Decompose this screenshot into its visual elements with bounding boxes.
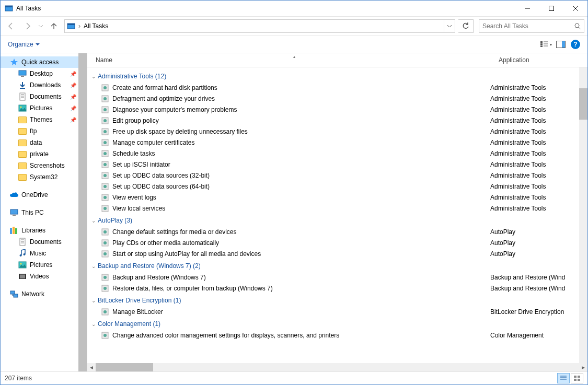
organize-menu[interactable]: Organize (6, 40, 42, 49)
sidebar-item[interactable]: Downloads📌 (1, 79, 87, 91)
sidebar-network[interactable]: Network (1, 288, 87, 300)
group-header[interactable]: ⌄Backup and Restore (Windows 7) (2) (87, 259, 579, 272)
breadcrumb[interactable]: All Tasks (82, 20, 110, 32)
view-options-button[interactable]: ▾ (539, 38, 553, 51)
list-item[interactable]: View local servicesAdministrative Tools (87, 203, 579, 214)
group-header[interactable]: ⌄BitLocker Drive Encryption (1) (87, 294, 579, 306)
sidebar-item-label: private (30, 150, 49, 158)
group-header[interactable]: ⌄AutoPlay (3) (87, 214, 579, 226)
list-item[interactable]: Play CDs or other media automaticallyAut… (87, 237, 579, 248)
address-bar[interactable]: › All Tasks (64, 19, 455, 33)
svg-point-36 (20, 254, 22, 256)
sidebar-item[interactable]: Documents (1, 236, 87, 248)
item-app: BitLocker Drive Encryption (490, 308, 579, 316)
pin-icon: 📌 (70, 83, 76, 88)
scroll-right-icon[interactable]: ▸ (579, 363, 587, 371)
help-button[interactable]: ? (569, 38, 582, 51)
item-name: View event logs (112, 194, 156, 201)
task-icon (101, 138, 109, 147)
list-item[interactable]: Defragment and optimize your drivesAdmin… (87, 93, 579, 104)
navigation-pane[interactable]: Quick access Desktop📌Downloads📌Documents… (1, 53, 87, 371)
sidebar-item[interactable]: Themes📌 (1, 114, 87, 125)
sidebar-item-label: Music (30, 250, 46, 257)
sidebar-item[interactable]: ftp (1, 125, 87, 137)
search-box[interactable] (479, 19, 584, 33)
sidebar-item[interactable]: Music (1, 248, 87, 259)
refresh-button[interactable] (458, 19, 474, 33)
sidebar-item[interactable]: Pictures (1, 259, 87, 271)
sidebar-item[interactable]: Videos (1, 271, 87, 282)
sidebar-item-label: Screenshots (30, 162, 65, 169)
list-item[interactable]: Start or stop using AutoPlay for all med… (87, 248, 579, 259)
minimize-button[interactable] (515, 1, 539, 16)
sidebar-quick-access[interactable]: Quick access (1, 56, 87, 68)
vertical-scrollbar[interactable] (579, 67, 587, 363)
task-icon (101, 149, 109, 158)
list-item[interactable]: Backup and Restore (Windows 7)Backup and… (87, 272, 579, 283)
column-application[interactable]: Application (499, 56, 587, 64)
music-icon (18, 249, 27, 258)
list-item[interactable]: Manage BitLockerBitLocker Drive Encrypti… (87, 306, 579, 317)
details-view-button[interactable] (557, 373, 570, 383)
svg-rect-41 (20, 275, 25, 278)
pin-icon: 📌 (70, 71, 76, 77)
list-item[interactable]: Create and format hard disk partitionsAd… (87, 82, 579, 93)
column-name[interactable]: Name▴ (87, 56, 499, 64)
back-button[interactable] (4, 19, 18, 33)
sidebar-scrollbar[interactable] (78, 53, 87, 371)
sidebar-item[interactable]: data (1, 137, 87, 148)
sidebar-this-pc[interactable]: This PC (1, 207, 87, 218)
list-item[interactable]: Change default settings for media or dev… (87, 226, 579, 237)
svg-rect-17 (562, 41, 565, 48)
item-name: Manage computer certificates (112, 139, 194, 146)
item-name: Play CDs or other media automatically (112, 239, 219, 247)
item-app: Administrative Tools (490, 117, 579, 124)
history-dropdown[interactable] (37, 24, 44, 28)
svg-point-65 (103, 174, 107, 177)
thumbnails-view-button[interactable] (571, 373, 583, 383)
sidebar-onedrive[interactable]: OneDrive (1, 189, 87, 201)
list-item[interactable]: Set up iSCSI initiatorAdministrative Too… (87, 159, 579, 170)
list-item[interactable]: Diagnose your computer's memory problems… (87, 104, 579, 115)
search-icon[interactable] (571, 22, 584, 30)
item-list[interactable]: ⌄Administrative Tools (12)Create and for… (87, 67, 587, 363)
close-button[interactable] (563, 1, 587, 16)
sidebar-item[interactable]: private (1, 148, 87, 160)
address-dropdown[interactable] (444, 20, 455, 32)
horizontal-scrollbar[interactable]: ◂ ▸ (87, 363, 587, 371)
sidebar-item[interactable]: Documents📌 (1, 91, 87, 102)
list-item[interactable]: Set up ODBC data sources (32-bit)Adminis… (87, 170, 579, 181)
item-name: Change default settings for media or dev… (112, 228, 236, 236)
list-item[interactable]: View event logsAdministrative Tools (87, 192, 579, 203)
sidebar-item[interactable]: System32 (1, 171, 87, 183)
scroll-left-icon[interactable]: ◂ (87, 363, 96, 371)
sidebar-item[interactable]: Desktop📌 (1, 68, 87, 79)
list-item[interactable]: Schedule tasksAdministrative Tools (87, 148, 579, 159)
list-item[interactable]: Set up ODBC data sources (64-bit)Adminis… (87, 181, 579, 192)
svg-point-55 (103, 119, 107, 122)
group-title: Administrative Tools (12) (98, 73, 166, 80)
up-button[interactable] (47, 19, 61, 33)
search-input[interactable] (479, 22, 571, 30)
svg-line-9 (579, 27, 581, 29)
sidebar-item[interactable]: Screenshots (1, 160, 87, 171)
list-item[interactable]: Restore data, files, or computer from ba… (87, 283, 579, 294)
svg-rect-12 (540, 45, 543, 47)
list-item[interactable]: Free up disk space by deleting unnecessa… (87, 126, 579, 137)
list-item[interactable]: Edit group policyAdministrative Tools (87, 115, 579, 126)
item-app: Administrative Tools (490, 183, 579, 190)
item-name: Free up disk space by deleting unnecessa… (112, 128, 248, 135)
item-app: Administrative Tools (490, 128, 579, 135)
pc-icon (10, 208, 18, 217)
sidebar-item[interactable]: Pictures📌 (1, 102, 87, 114)
svg-rect-32 (20, 238, 25, 246)
forward-button[interactable] (20, 19, 35, 33)
pictures-icon (18, 261, 27, 269)
group-header[interactable]: ⌄Color Management (1) (87, 317, 579, 330)
list-item[interactable]: Change advanced color management setting… (87, 330, 579, 341)
sidebar-libraries[interactable]: Libraries (1, 225, 87, 236)
maximize-button[interactable] (539, 1, 563, 16)
group-header[interactable]: ⌄Administrative Tools (12) (87, 69, 579, 82)
list-item[interactable]: Manage computer certificatesAdministrati… (87, 137, 579, 148)
preview-pane-button[interactable] (554, 38, 568, 51)
